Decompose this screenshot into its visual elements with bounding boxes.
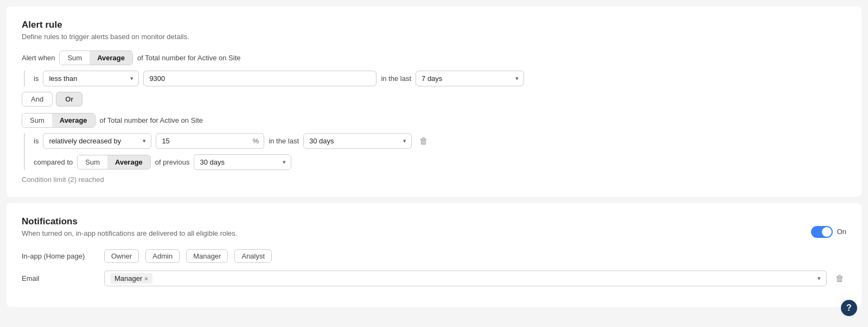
notifications-toggle-wrapper: On xyxy=(811,226,846,238)
condition2-threshold-wrapper: % xyxy=(156,133,264,149)
in-app-row: In-app (Home page) Owner Admin Manager A… xyxy=(22,249,846,263)
condition1-operator-wrapper: less than greater than equal to relative… xyxy=(43,71,139,86)
email-delete-icon: 🗑 xyxy=(835,274,844,283)
condition1-threshold-input[interactable] xyxy=(143,71,376,86)
condition1-is-label: is xyxy=(34,74,39,83)
condition1-in-the-last-label: in the last xyxy=(381,74,411,83)
condition1-rule-row: is less than greater than equal to relat… xyxy=(34,71,846,86)
condition2-threshold-input[interactable] xyxy=(156,133,264,149)
condition2-operator-wrapper: less than greater than equal to relative… xyxy=(43,133,151,149)
role-tag-analyst: Analyst xyxy=(234,249,272,263)
role-tag-manager: Manager xyxy=(186,249,228,263)
condition1-operator-select[interactable]: less than greater than equal to relative… xyxy=(43,71,139,86)
condition1-indent: is less than greater than equal to relat… xyxy=(24,71,846,86)
condition2-indent: is less than greater than equal to relat… xyxy=(24,133,846,170)
condition2-header-row: Sum Average of Total number for Active o… xyxy=(22,113,846,128)
role-tag-admin: Admin xyxy=(145,249,180,263)
in-app-label: In-app (Home page) xyxy=(22,252,98,260)
email-label: Email xyxy=(22,274,98,282)
previous-period-wrapper: 7 days 14 days 30 days ▾ xyxy=(194,154,291,170)
notifications-title: Notifications xyxy=(22,216,237,227)
alert-when-label: Alert when xyxy=(22,54,55,62)
condition-limit-text: Condition limit (2) reached xyxy=(22,175,846,184)
condition1-of-label: of Total number for Active on Site xyxy=(137,54,241,62)
condition1-header-row: Alert when Sum Average of Total number f… xyxy=(22,51,846,65)
and-btn[interactable]: And xyxy=(22,92,53,106)
email-delete-btn[interactable]: 🗑 xyxy=(833,272,846,286)
compared-average-btn[interactable]: Average xyxy=(107,155,150,169)
condition1-sum-btn[interactable]: Sum xyxy=(60,51,90,65)
notifications-toggle-label: On xyxy=(837,228,846,236)
notifications-toggle[interactable] xyxy=(811,226,833,238)
condition2-period-select[interactable]: 1 day 7 days 14 days 30 days xyxy=(303,133,412,149)
notifications-subtitle: When turned on, in-app notifications are… xyxy=(22,229,237,237)
notif-title-group: Notifications When turned on, in-app not… xyxy=(22,216,237,247)
condition2-delete-icon: 🗑 xyxy=(419,136,428,146)
condition1-period-wrapper: 1 day 7 days 14 days 30 days ▾ xyxy=(416,71,524,86)
email-tag-manager: Manager × xyxy=(110,273,152,284)
compared-sum-btn[interactable]: Sum xyxy=(78,155,107,169)
condition1-aggregate-group[interactable]: Sum Average xyxy=(59,51,133,65)
alert-rule-title: Alert rule xyxy=(22,20,846,30)
notifications-section: Notifications When turned on, in-app not… xyxy=(7,203,861,307)
alert-rule-section: Alert rule Define rules to trigger alert… xyxy=(7,7,861,197)
condition2-is-label: is xyxy=(34,137,39,145)
help-button[interactable]: ? xyxy=(841,300,857,313)
email-tag-manager-label: Manager xyxy=(114,274,142,282)
condition2-period-wrapper: 1 day 7 days 14 days 30 days ▾ xyxy=(303,133,412,149)
connector-group: And Or xyxy=(22,92,846,106)
compared-aggregate-group[interactable]: Sum Average xyxy=(77,155,151,169)
condition1-average-btn[interactable]: Average xyxy=(90,51,132,65)
email-select-chevron-icon: ▾ xyxy=(818,275,821,282)
alert-rule-subtitle: Define rules to trigger alerts based on … xyxy=(22,33,846,41)
email-row: Email Manager × ▾ 🗑 xyxy=(22,271,846,286)
email-select-wrapper[interactable]: Manager × ▾ xyxy=(104,271,827,286)
notif-header-row: Notifications When turned on, in-app not… xyxy=(22,216,846,247)
condition2-sum-btn[interactable]: Sum xyxy=(22,114,52,127)
condition2-operator-select[interactable]: less than greater than equal to relative… xyxy=(43,133,151,149)
condition2-delete-btn[interactable]: 🗑 xyxy=(416,134,431,148)
condition2-aggregate-group[interactable]: Sum Average xyxy=(22,113,95,128)
or-btn[interactable]: Or xyxy=(56,92,82,106)
condition2-in-the-last-label: in the last xyxy=(269,137,299,145)
of-previous-label: of previous xyxy=(155,158,190,166)
condition2-of-label: of Total number for Active on Site xyxy=(100,116,203,124)
email-tag-remove-btn[interactable]: × xyxy=(144,275,148,282)
condition1-period-select[interactable]: 1 day 7 days 14 days 30 days xyxy=(416,71,524,86)
compared-to-label: compared to xyxy=(34,158,73,166)
help-icon: ? xyxy=(846,303,852,313)
previous-period-select[interactable]: 7 days 14 days 30 days xyxy=(194,154,291,170)
role-tag-owner: Owner xyxy=(104,249,139,263)
condition2-average-btn[interactable]: Average xyxy=(52,114,95,127)
condition2-compared-row: compared to Sum Average of previous 7 da… xyxy=(34,154,846,170)
condition2-rule-row: is less than greater than equal to relat… xyxy=(34,133,846,149)
